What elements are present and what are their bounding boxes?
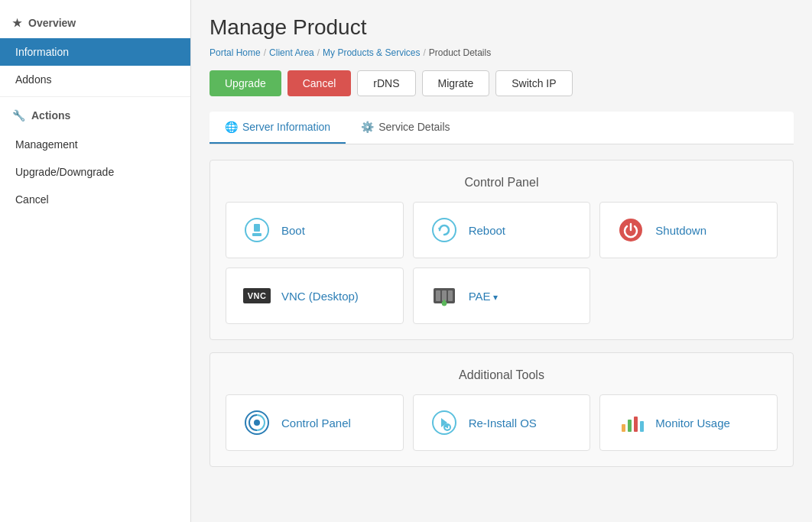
tab-service-details[interactable]: ⚙️ Service Details (346, 112, 465, 144)
reinstall-icon (429, 407, 460, 438)
monitor-usage-label: Monitor Usage (655, 417, 730, 430)
wrench-icon: 🔧 (12, 109, 25, 122)
tab-server-information[interactable]: 🌐 Server Information (209, 112, 346, 144)
sidebar: ★ Overview Information Addons 🔧 Actions … (0, 0, 191, 522)
svg-rect-8 (442, 290, 447, 301)
monitor-usage-card[interactable]: Monitor Usage (599, 394, 778, 451)
svg-rect-9 (448, 290, 453, 301)
pae-label: PAE (469, 290, 498, 303)
sidebar-item-management[interactable]: Management (0, 131, 190, 158)
additional-tools-cards: Control Panel Re-Install OS (226, 394, 778, 451)
reinstall-os-label: Re-Install OS (469, 417, 537, 430)
additional-tools-section: Additional Tools Control Panel (209, 352, 794, 467)
sidebar-actions-title: 🔧 Actions (0, 100, 190, 131)
switch-ip-button[interactable]: Switch IP (495, 70, 572, 96)
breadcrumb-portal-home[interactable]: Portal Home (209, 47, 261, 58)
vnc-label: VNC (Desktop) (281, 290, 359, 303)
cancel-button[interactable]: Cancel (287, 70, 352, 96)
breadcrumb-products-services[interactable]: My Products & Services (323, 47, 420, 58)
svg-rect-19 (634, 417, 638, 432)
sidebar-item-upgrade-downgrade[interactable]: Upgrade/Downgrade (0, 158, 190, 186)
boot-label: Boot (281, 224, 305, 237)
control-panel-title: Control Panel (226, 176, 778, 190)
breadcrumb: Portal Home / Client Area / My Products … (209, 47, 794, 58)
breadcrumb-current: Product Details (429, 47, 491, 58)
main-content: Manage Product Portal Home / Client Area… (191, 0, 812, 522)
svg-rect-20 (640, 421, 644, 432)
migrate-button[interactable]: Migrate (422, 70, 490, 96)
sidebar-item-addons[interactable]: Addons (0, 66, 190, 93)
shutdown-label: Shutdown (655, 224, 706, 237)
additional-tools-title: Additional Tools (226, 368, 778, 382)
sidebar-overview-title: ★ Overview (0, 8, 190, 38)
vnc-card[interactable]: VNC VNC (Desktop) (226, 267, 404, 324)
reinstall-os-card[interactable]: Re-Install OS (413, 394, 591, 451)
control-panel-row2: VNC VNC (Desktop) PAE (226, 267, 778, 324)
tabs: 🌐 Server Information ⚙️ Service Details (209, 112, 794, 144)
sidebar-item-cancel[interactable]: Cancel (0, 186, 190, 213)
cpanel-card[interactable]: Control Panel (226, 394, 404, 451)
svg-rect-1 (254, 224, 260, 232)
pae-icon (429, 280, 460, 311)
reboot-label: Reboot (469, 224, 505, 237)
boot-icon (242, 215, 272, 245)
svg-rect-2 (252, 233, 261, 236)
svg-point-10 (442, 301, 447, 306)
boot-card[interactable]: Boot (226, 202, 404, 258)
rdns-button[interactable]: rDNS (357, 70, 415, 96)
vnc-icon: VNC (242, 280, 272, 311)
svg-point-13 (254, 420, 260, 426)
sidebar-divider (0, 96, 190, 97)
upgrade-button[interactable]: Upgrade (209, 70, 281, 96)
globe-icon: 🌐 (225, 121, 238, 133)
cpanel-label: Control Panel (281, 417, 351, 430)
star-icon: ★ (12, 17, 22, 29)
control-panel-row1: Boot Reboot (226, 202, 778, 258)
svg-point-15 (443, 423, 451, 431)
cpanel-icon (242, 407, 272, 438)
page-title: Manage Product (209, 15, 794, 40)
svg-rect-18 (628, 420, 632, 432)
reboot-icon (429, 215, 460, 245)
svg-marker-4 (438, 228, 441, 232)
monitor-usage-icon (615, 407, 646, 438)
sidebar-item-information[interactable]: Information (0, 38, 190, 66)
action-buttons-bar: Upgrade Cancel rDNS Migrate Switch IP (209, 70, 794, 96)
pae-card[interactable]: PAE (413, 267, 591, 324)
control-panel-section: Control Panel Boot (209, 160, 794, 340)
reboot-card[interactable]: Reboot (413, 202, 591, 258)
svg-point-3 (433, 219, 456, 242)
breadcrumb-client-area[interactable]: Client Area (269, 47, 314, 58)
svg-rect-17 (622, 424, 625, 432)
shutdown-icon (615, 215, 646, 245)
svg-rect-7 (436, 290, 440, 301)
service-icon: ⚙️ (361, 121, 374, 133)
shutdown-card[interactable]: Shutdown (599, 202, 778, 258)
empty-card-placeholder (599, 267, 778, 324)
